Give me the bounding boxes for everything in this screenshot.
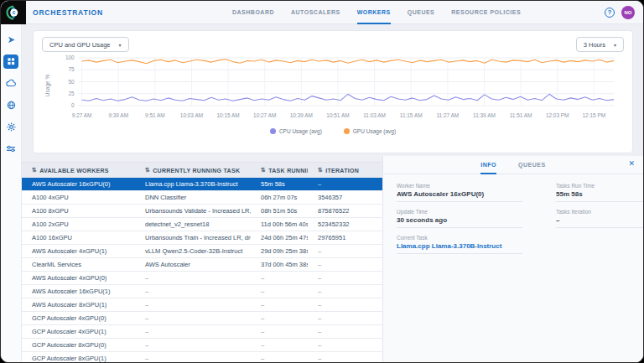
worker-cell: GCP Autoscaler 4xGPU(1) xyxy=(22,328,135,335)
svg-text:25: 25 xyxy=(68,91,75,96)
worker-cell: A100 8xGPU xyxy=(22,207,135,215)
worker-cell: ClearML Services xyxy=(22,261,135,268)
table-row[interactable]: GCP Autoscaler 4xGPU(0)––– xyxy=(22,312,382,325)
left-sidebar xyxy=(1,24,22,362)
column-header-iteration[interactable]: ⇅ ITERATION xyxy=(308,167,382,174)
column-header-currently-running-task[interactable]: ⇅ CURRENTLY RUNNING TASK xyxy=(135,167,251,174)
field-worker-name: Worker Name AWS Autoscaler 16xGPU(0) xyxy=(397,183,522,202)
task-cell: – xyxy=(135,288,251,295)
sidebar-item-settings[interactable] xyxy=(3,120,18,134)
main-content: CPU and GPU Usage ▾ 3 Hours ▾ 0255075100… xyxy=(22,24,643,362)
close-icon[interactable]: ✕ xyxy=(628,159,635,168)
time-cell: 06h 27m 07s xyxy=(251,194,308,201)
cloud-icon xyxy=(6,79,16,88)
table-row[interactable]: A100 16xGPUUrbansounds Train - Increased… xyxy=(22,231,382,245)
time-cell: 29d 09h 25m 38s xyxy=(251,247,308,255)
svg-text:11:39 AM: 11:39 AM xyxy=(473,112,496,118)
time-cell: 37d 00h 45m 38s xyxy=(251,261,308,268)
iteration-cell: – xyxy=(308,314,382,322)
top-right-actions: ? NO xyxy=(605,6,635,19)
field-value: 30 seconds ago xyxy=(397,216,522,224)
time-range-dropdown-value: 3 Hours xyxy=(584,41,605,49)
app-window: c ORCHESTRATION DASHBOARD AUTOSCALERS WO… xyxy=(0,0,644,363)
table-header-row: ⇅ AVAILABLE WORKERS ⇅ CURRENTLY RUNNING … xyxy=(22,163,382,178)
tab-resource-policies[interactable]: RESOURCE POLICIES xyxy=(451,1,521,24)
sidebar-item-applications[interactable] xyxy=(3,76,18,91)
usage-chart-card: CPU and GPU Usage ▾ 3 Hours ▾ 0255075100… xyxy=(33,30,633,153)
table-row[interactable]: AWS Autoscaler 16xGPU(1)––– xyxy=(22,285,382,298)
field-label: Current Task xyxy=(397,235,522,241)
field-value: – xyxy=(556,216,644,224)
task-cell: detectnet_v2_resnet18 xyxy=(135,220,251,228)
svg-text:c: c xyxy=(13,9,16,15)
metric-dropdown[interactable]: CPU and GPU Usage ▾ xyxy=(42,37,129,52)
worker-cell: AWS Autoscaler 4xGPU(1) xyxy=(22,247,135,255)
legend-dot-icon xyxy=(270,128,276,134)
iteration-cell: – xyxy=(308,180,382,188)
task-cell: – xyxy=(135,355,251,362)
legend-item[interactable]: GPU Usage (avg) xyxy=(344,128,396,134)
top-tab-bar: DASHBOARD AUTOSCALERS WORKERS QUEUES RES… xyxy=(232,1,521,24)
iteration-cell: – xyxy=(308,355,382,362)
iteration-cell: – xyxy=(308,301,382,309)
user-avatar[interactable]: NO xyxy=(621,6,635,19)
legend-label: CPU Usage (avg) xyxy=(279,128,322,134)
table-row[interactable]: A100 4xGPUDNN Classifier06h 27m 07s35463… xyxy=(22,191,382,205)
page-title: ORCHESTRATION xyxy=(33,8,103,17)
table-row[interactable]: ClearML ServicesAWS Autoscaler37d 00h 45… xyxy=(22,258,382,272)
task-cell: – xyxy=(135,341,251,349)
tab-queues[interactable]: QUEUES xyxy=(408,1,435,24)
tab-dashboard[interactable]: DASHBOARD xyxy=(232,1,274,24)
time-range-dropdown[interactable]: 3 Hours ▾ xyxy=(576,37,624,52)
table-row[interactable]: AWS Autoscaler 4xGPU(1)vLLM Qwen2.5-Code… xyxy=(22,245,382,258)
cpu-gpu-usage-chart: 02550751009:27 AM9:39 AM9:51 AM10:03 AM1… xyxy=(42,54,624,124)
sort-icon: ⇅ xyxy=(32,167,37,174)
field-tasks-iteration: Tasks Iteration – xyxy=(556,209,644,228)
panel-tab-queues[interactable]: QUEUES xyxy=(518,156,546,174)
table-row[interactable]: AWS Autoscaler 8xGPU(1)––– xyxy=(22,298,382,312)
worker-cell: A100 2xGPU xyxy=(22,220,135,228)
sidebar-item-workers-and-queues[interactable] xyxy=(3,54,18,69)
task-cell: – xyxy=(135,274,251,282)
field-label: Worker Name xyxy=(397,183,522,189)
time-cell: – xyxy=(251,341,308,349)
tab-workers[interactable]: WORKERS xyxy=(357,1,391,24)
svg-text:11:15 AM: 11:15 AM xyxy=(400,112,423,118)
field-tasks-run-time: Tasks Run Time 55m 58s xyxy=(556,183,644,202)
worker-cell: GCP Autoscaler 8xGPU(0) xyxy=(22,341,135,349)
current-task-link[interactable]: Llama.cpp Llama-3.370B-Instruct xyxy=(397,242,522,250)
legend-dot-icon xyxy=(344,128,350,134)
panel-fields: Worker Name AWS Autoscaler 16xGPU(0) Tas… xyxy=(383,174,643,261)
legend-item[interactable]: CPU Usage (avg) xyxy=(270,128,322,134)
svg-text:10:51 AM: 10:51 AM xyxy=(326,112,349,118)
column-header-task-running-time[interactable]: ⇅ TASK RUNNING TIME xyxy=(251,167,308,174)
iteration-cell: – xyxy=(308,247,382,255)
table-row[interactable]: A100 8xGPUUrbansounds Validate - Increas… xyxy=(22,205,382,218)
table-row[interactable]: A100 2xGPUdetectnet_v2_resnet1811d 00h 5… xyxy=(22,218,382,231)
clearml-logo[interactable]: c xyxy=(1,1,26,24)
gear-icon xyxy=(7,122,16,132)
sort-icon: ⇅ xyxy=(261,167,266,174)
svg-text:9:51 AM: 9:51 AM xyxy=(145,112,165,118)
svg-text:10:03 AM: 10:03 AM xyxy=(180,112,203,118)
task-cell: Llama.cpp Llama-3.370B-Instruct xyxy=(135,180,251,188)
iteration-cell: 875876522 xyxy=(308,207,382,215)
table-row[interactable]: AWS Autoscaler 16xGPU(0)Llama.cpp Llama-… xyxy=(22,178,382,191)
svg-text:10:15 AM: 10:15 AM xyxy=(216,112,239,118)
sidebar-item-pipelines[interactable] xyxy=(3,142,18,156)
worker-cell: AWS Autoscaler 4xGPU(0) xyxy=(22,274,135,282)
table-row[interactable]: GCP Autoscaler 4xGPU(1)––– xyxy=(22,325,382,339)
iteration-cell: 3546357 xyxy=(308,194,382,201)
column-header-available-workers[interactable]: ⇅ AVAILABLE WORKERS xyxy=(22,167,135,174)
svg-text:75: 75 xyxy=(68,66,75,72)
panel-tab-info[interactable]: INFO xyxy=(480,156,496,174)
table-row[interactable]: AWS Autoscaler 4xGPU(0)––– xyxy=(22,272,382,285)
tab-autoscalers[interactable]: AUTOSCALERS xyxy=(291,1,340,24)
sidebar-item-projects[interactable] xyxy=(3,33,18,47)
help-icon[interactable]: ? xyxy=(605,8,615,18)
table-row[interactable]: GCP Autoscaler 8xGPU(0)––– xyxy=(22,339,382,352)
sidebar-item-datasets[interactable] xyxy=(3,98,18,112)
table-row[interactable]: GCP Autoscaler 8xGPU(1)––– xyxy=(22,352,382,362)
legend-label: GPU Usage (avg) xyxy=(353,128,396,134)
chevron-down-icon: ▾ xyxy=(119,42,122,48)
